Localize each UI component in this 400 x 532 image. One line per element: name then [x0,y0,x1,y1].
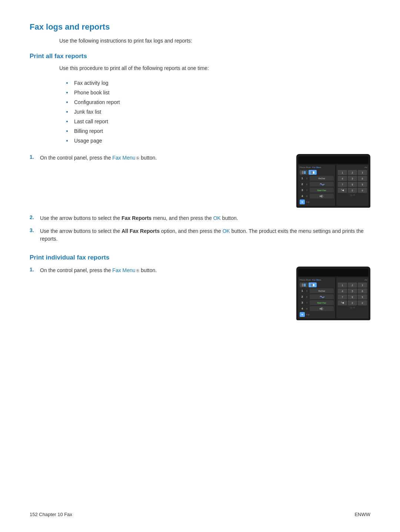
redial-btn: ReDial [310,176,334,181]
num2-hash: # [358,300,367,305]
num2-5: 5 [348,288,357,294]
step-text-2: Use the arrow buttons to select the Fax … [40,214,238,222]
svg-rect-3 [313,171,314,174]
list-item: Phone book list [74,90,370,96]
speed-dial2-btn-2: 2 [300,294,305,299]
svg-rect-12 [320,308,321,310]
num-star: *◀ [338,188,347,193]
device2-left-panel: Phone Book Fax Menu 1 [298,277,335,318]
svg-rect-0 [302,171,304,174]
icon-buttons-row [300,170,334,175]
section2-step-number-1: 1. [30,267,36,272]
num-3: 3 [358,170,367,175]
section1-intro: Use this procedure to print all of the f… [59,65,370,71]
num-7: 7 [338,182,347,187]
section2-step1-block: 1. On the control panel, press the Fax M… [30,267,370,320]
speed-dial2-btn-4: 4 [300,306,305,311]
svg-marker-11 [324,296,324,298]
section1-title: Print all fax reports [30,53,370,60]
num-9: 9 [358,182,367,187]
step-text-1: On the control panel, press the Fax Menu… [40,154,157,162]
num-0: 0 [348,188,357,193]
step-item-3: 3. Use the arrow buttons to select the A… [30,227,370,243]
list-item: Billing report [74,128,370,134]
step-number-3: 3. [30,227,36,233]
num2-star: *◀ [338,300,347,305]
num2-6: 6 [358,288,367,294]
num-2: 2 [348,170,357,175]
svg-rect-7 [302,284,304,287]
section2-step1-text: 1. On the control panel, press the Fax M… [30,267,289,280]
section2-step-item-1: 1. On the control panel, press the Fax M… [30,267,289,274]
svg-rect-1 [304,171,306,174]
footer-left: 152 Chapter 10 Fax [30,512,72,517]
svg-marker-4 [324,184,324,185]
speed-dial-3: 3 7 Start Fax [300,188,334,193]
speed-dial-btn-1: 1 [300,176,305,181]
section-print-all: Print all fax reports Use this procedure… [30,53,370,243]
svg-rect-10 [313,284,314,286]
speed-dial-btn-2: 2 [300,182,305,187]
speed-dial2-2: 2 6 [300,294,334,299]
svg-rect-9 [311,284,313,287]
list-item: Fax activity log [74,80,370,86]
num2-4: 4 [338,288,347,294]
num2-8: 8 [348,294,357,300]
speed-dial2-4: 4 8 [300,306,334,311]
list-item: Configuration report [74,99,370,105]
speed-dial2-btn-3: 3 [300,300,305,305]
num2-1: 1 [338,282,347,288]
num2-7: 7 [338,294,347,300]
step1-image: Phone Book Fax Menu [296,154,370,208]
num2-0: 0 [348,300,357,305]
number-grid-2: 1 2 3 4 5 6 7 8 9 *◀ 0 # [338,282,367,305]
num2-2: 2 [348,282,357,288]
list-item: Usage page [74,138,370,144]
footer-right: ENWW [354,512,370,517]
device-content: Phone Book Fax Menu [298,165,369,206]
fax-menu-btn [309,170,317,175]
speed-dial2-btn-1: 1 [300,288,305,293]
step-text-3: Use the arrow buttons to select the All … [40,227,370,243]
page-title: Fax logs and reports [30,22,370,32]
step-item-1: 1. On the control panel, press the Fax M… [30,154,289,162]
step-number-2: 2. [30,214,36,220]
fax-device-image-2: Phone Book Fax Menu 1 [296,267,370,320]
speaker-btn-2 [310,306,334,311]
num-6: 6 [358,176,367,181]
speed-dial-btn-3: 3 [300,188,305,193]
device2-content: Phone Book Fax Menu 1 [298,277,369,318]
phone-book-btn-2 [300,282,308,287]
speed-dial-btn-5: ● [300,200,305,204]
device-right-panel: Ad 1 2 3 4 5 6 7 8 9 *◀ [336,165,369,206]
fax-device-image-1: Phone Book Fax Menu [296,154,370,208]
step-number-1: 1. [30,154,36,160]
svg-rect-2 [311,171,313,174]
fax-menu-btn-2 [309,282,317,287]
intro-paragraph: Use the following instructions to print … [59,38,370,44]
step1-text: 1. On the control panel, press the Fax M… [30,154,289,168]
footer: 152 Chapter 10 Fax ENWW [30,512,370,517]
speed-dial-4: 4 8 [300,194,334,198]
speed-dial-5: ● 5-8 [300,200,334,204]
list-item: Last call report [74,118,370,124]
num-hash: # [358,188,367,193]
num-5: 5 [348,176,357,181]
speed-dial-1: 1 5 ReDial [300,176,334,181]
section2-step-text-1: On the control panel, press the Fax Menu… [40,267,157,274]
svg-marker-6 [321,195,322,198]
svg-rect-8 [304,284,306,287]
section2-title: Print individual fax reports [30,254,370,261]
speed-dial-2: 2 6 [300,182,334,187]
device-left-panel: Phone Book Fax Menu [298,165,335,206]
redial-icon-btn-2 [310,294,334,299]
speaker-btn [310,194,334,198]
top-labels-2: Ad [338,279,367,281]
icon-buttons-row-2 [300,282,334,287]
phone-book-btn [300,170,308,175]
start-fax-btn: Start Fax [310,188,334,193]
top-labels: Ad [338,166,367,168]
svg-rect-5 [320,195,321,197]
device2-header [298,269,369,276]
num2-9: 9 [358,294,367,300]
